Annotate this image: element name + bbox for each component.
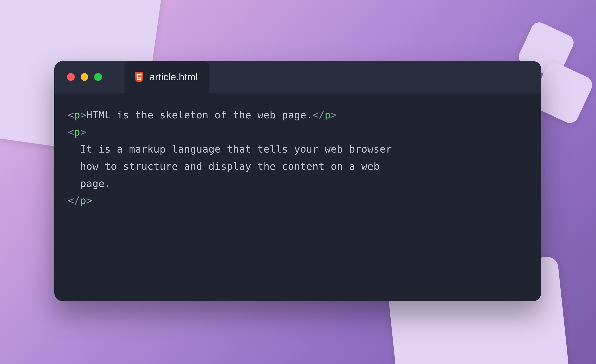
tab-filename: article.html xyxy=(149,71,198,83)
window-controls xyxy=(54,61,111,93)
syntax-tag: p xyxy=(74,126,80,138)
syntax-tag: p xyxy=(325,109,331,121)
html5-icon xyxy=(134,71,144,83)
titlebar: article.html xyxy=(54,61,541,93)
code-line: how to structure and display the content… xyxy=(68,158,528,175)
close-window-button[interactable] xyxy=(67,73,75,81)
syntax-bracket: > xyxy=(331,109,337,121)
maximize-window-button[interactable] xyxy=(94,73,102,81)
code-line: It is a markup language that tells your … xyxy=(68,141,528,158)
syntax-bracket: < xyxy=(68,126,74,138)
syntax-text: page. xyxy=(68,178,111,189)
code-editor-window: article.html <p>HTML is the skeleton of … xyxy=(54,61,541,301)
minimize-window-button[interactable] xyxy=(81,73,88,81)
syntax-bracket: > xyxy=(80,109,86,121)
syntax-bracket: > xyxy=(86,195,92,206)
syntax-tag: p xyxy=(74,109,80,121)
code-line: <p>HTML is the skeleton of the web page.… xyxy=(68,106,528,124)
syntax-bracket: > xyxy=(80,126,86,138)
syntax-bracket: </ xyxy=(68,195,80,206)
syntax-text: It is a markup language that tells your … xyxy=(68,143,392,155)
code-line: <p> xyxy=(68,124,528,141)
code-area[interactable]: <p>HTML is the skeleton of the web page.… xyxy=(54,93,541,301)
syntax-text: how to structure and display the content… xyxy=(68,161,380,172)
syntax-bracket: </ xyxy=(313,109,325,121)
syntax-tag: p xyxy=(80,195,86,206)
syntax-bracket: < xyxy=(68,109,74,121)
code-line: </p> xyxy=(68,192,528,209)
syntax-text: HTML is the skeleton of the web page. xyxy=(86,109,313,121)
code-line: page. xyxy=(68,175,528,192)
editor-tab[interactable]: article.html xyxy=(125,61,209,93)
